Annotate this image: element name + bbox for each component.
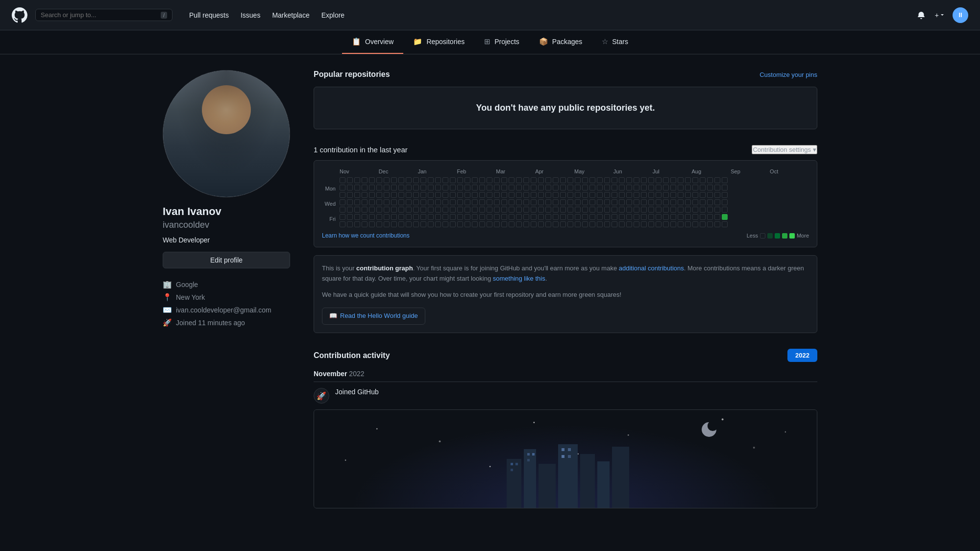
graph-cell [722,177,728,183]
graph-cell [347,199,353,205]
user-avatar[interactable]: II [953,7,968,23]
graph-cell [509,192,514,198]
graph-cell [465,185,470,191]
hello-world-guide-button[interactable]: 📖 Read the Hello World guide [322,308,425,325]
learn-contributions-link[interactable]: Learn how we count contributions [322,232,410,239]
graph-cell [707,214,713,220]
graph-cell [354,199,360,205]
graph-cell [612,221,617,227]
graph-cell [369,207,375,213]
svg-rect-20 [527,453,530,455]
graph-cell [692,177,698,183]
graph-cell [420,185,426,191]
info-bold: contribution graph [356,264,413,272]
graph-week [707,177,713,227]
graph-cell [663,192,669,198]
info-text-2: . Your first square is for joining GitHu… [413,264,619,272]
tab-projects[interactable]: ⊞ Projects [474,30,529,54]
graph-cell [589,207,595,213]
graph-week [398,177,404,227]
building-icon: 🏢 [163,280,172,289]
graph-cell [553,192,559,198]
graph-cell [413,214,419,220]
graph-cell [487,207,492,213]
month-label: Sep [731,168,770,174]
nav-marketplace[interactable]: Marketplace [267,8,314,22]
svg-rect-23 [562,448,564,451]
graph-cell [560,221,566,227]
graph-cell [442,221,448,227]
tab-packages[interactable]: 📦 Packages [529,30,592,54]
graph-week [634,177,639,227]
profile-avatar: 😊 [163,70,290,197]
day-mon: Mon [322,185,336,192]
contribution-settings-button[interactable]: Contribution settings ▾ [752,145,817,154]
graph-cell [406,199,412,205]
graph-cell [376,199,382,205]
graph-cell [567,177,573,183]
main-area: Popular repositories Customize your pins… [314,70,817,508]
edit-profile-button[interactable]: Edit profile [163,252,290,268]
nav-pull-requests[interactable]: Pull requests [184,8,234,22]
graph-cell [714,207,720,213]
graph-cell [523,207,529,213]
github-logo-icon[interactable] [12,7,27,23]
graph-cell [641,185,647,191]
contribution-info-box: This is your contribution graph. Your fi… [314,255,817,333]
graph-cell [567,199,573,205]
graph-cell [641,192,647,198]
additional-contributions-link[interactable]: additional contributions [619,264,684,272]
profile-name: Ivan Ivanov [163,205,290,218]
graph-cell [340,207,345,213]
tab-stars[interactable]: ☆ Stars [592,30,638,54]
graph-cell [509,207,514,213]
graph-cell [604,185,610,191]
graph-cell [626,199,632,205]
graph-cell [670,185,676,191]
graph-cell [545,177,551,183]
graph-cell [722,199,728,205]
graph-cell [707,199,713,205]
graph-cell [479,192,485,198]
graph-cell [685,185,691,191]
notifications-button[interactable] [915,9,927,21]
tab-overview[interactable]: 📋 Overview [342,30,403,54]
graph-cell [678,221,684,227]
graph-cell [457,207,463,213]
nav-issues[interactable]: Issues [236,8,265,22]
graph-cell [626,221,632,227]
legend-2 [775,233,780,239]
graph-week [567,177,573,227]
graph-cell [362,192,368,198]
graph-week [648,177,654,227]
customize-pins-link[interactable]: Customize your pins [760,71,817,78]
graph-cell [597,192,603,198]
graph-week [457,177,463,227]
tab-repositories[interactable]: 📁 Repositories [403,30,474,54]
graph-cell [391,214,397,220]
search-bar[interactable]: / [35,9,172,21]
graph-cell [465,192,470,198]
graph-cell [479,207,485,213]
graph-cell [420,177,426,183]
contributions-section: 1 contribution in the last year Contribu… [314,145,817,333]
meta-joined: 🚀 Joined 11 minutes ago [163,318,290,327]
graph-cell [545,199,551,205]
search-input[interactable] [41,11,157,19]
graph-cell [523,221,529,227]
graph-cell [406,192,412,198]
month-label: Oct [770,168,809,174]
graph-cell [501,207,507,213]
graph-cell [692,185,698,191]
graph-cell [626,207,632,213]
new-item-button[interactable]: + [935,11,945,19]
nav-explore[interactable]: Explore [317,8,349,22]
graph-cell [487,192,492,198]
graph-cell [648,207,654,213]
graph-cell [553,199,559,205]
graph-cell [391,221,397,227]
something-like-this-link[interactable]: something like this [493,275,545,282]
svg-point-8 [753,447,755,449]
year-filter-button[interactable]: 2022 [787,349,817,362]
graph-cell [391,177,397,183]
